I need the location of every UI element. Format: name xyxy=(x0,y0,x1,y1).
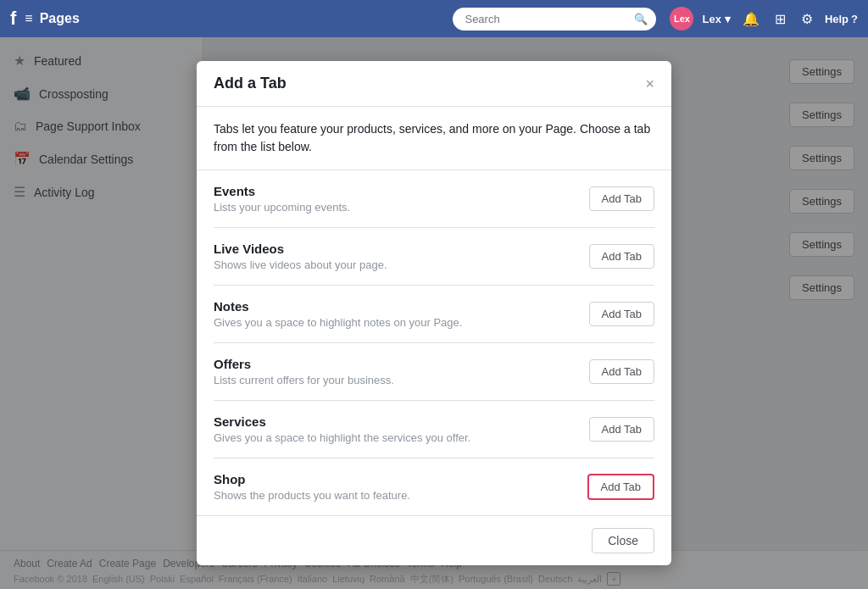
tab-desc-shop: Shows the products you want to feature. xyxy=(214,489,587,502)
add-tab-button-services[interactable]: Add Tab xyxy=(589,417,654,442)
user-menu[interactable]: Lex ▾ xyxy=(702,13,730,25)
tab-info-services: Services Gives you a space to highlight … xyxy=(214,414,589,444)
tab-row-services: Services Gives you a space to highlight … xyxy=(214,401,654,458)
search-input[interactable] xyxy=(453,8,656,31)
add-tab-button-notes[interactable]: Add Tab xyxy=(589,302,654,326)
help-question-icon: ? xyxy=(851,13,858,25)
tab-name-events: Events xyxy=(214,184,589,198)
menu-icon[interactable]: ≡ xyxy=(25,11,32,26)
notifications-icon[interactable]: 🔔 xyxy=(739,8,763,31)
settings-icon[interactable]: ⚙ xyxy=(798,8,816,31)
tab-desc-notes: Gives you a space to highlight notes on … xyxy=(214,316,589,329)
help-menu[interactable]: Help ? xyxy=(825,13,858,25)
tab-name-shop: Shop xyxy=(214,472,587,486)
tab-row-offers: Offers Lists current offers for your bus… xyxy=(214,343,654,401)
chevron-down-icon: ▾ xyxy=(725,13,731,25)
tab-desc-events: Lists your upcoming events. xyxy=(214,201,589,214)
modal-title: Add a Tab xyxy=(214,75,287,92)
tab-info-events: Events Lists your upcoming events. xyxy=(214,184,589,214)
modal-close-button[interactable]: × xyxy=(645,76,654,92)
tab-info-notes: Notes Gives you a space to highlight not… xyxy=(214,299,589,329)
search-wrapper: 🔍 xyxy=(453,8,656,31)
tab-row-shop: Shop Shows the products you want to feat… xyxy=(214,458,654,515)
modal-overlay: Add a Tab × Tabs let you feature your pr… xyxy=(0,37,868,589)
search-icon: 🔍 xyxy=(634,13,648,25)
modal-body: Events Lists your upcoming events. Add T… xyxy=(197,170,671,515)
tab-name-live-videos: Live Videos xyxy=(214,242,589,256)
modal-close-footer-button[interactable]: Close xyxy=(592,528,654,553)
tab-row-live-videos: Live Videos Shows live videos about your… xyxy=(214,228,654,286)
nav-right: Lex Lex ▾ 🔔 ⊞ ⚙ Help ? xyxy=(670,7,858,31)
add-tab-button-offers[interactable]: Add Tab xyxy=(589,359,654,384)
add-tab-button-live-videos[interactable]: Add Tab xyxy=(589,244,654,269)
top-navigation: f ≡ Pages 🔍 Lex Lex ▾ 🔔 ⊞ ⚙ Help ? xyxy=(0,0,868,37)
facebook-icon: f xyxy=(10,8,16,30)
tab-name-offers: Offers xyxy=(214,357,589,371)
tab-desc-services: Gives you a space to highlight the servi… xyxy=(214,431,589,444)
avatar: Lex xyxy=(670,7,693,31)
tab-info-shop: Shop Shows the products you want to feat… xyxy=(214,472,587,502)
tab-name-notes: Notes xyxy=(214,299,589,314)
modal-header: Add a Tab × xyxy=(197,61,671,107)
modal-footer: Close xyxy=(197,515,671,565)
modal-description: Tabs let you feature your products, serv… xyxy=(197,107,671,170)
add-tab-button-events[interactable]: Add Tab xyxy=(589,186,654,211)
tab-name-services: Services xyxy=(214,414,589,429)
tab-row-events: Events Lists your upcoming events. Add T… xyxy=(214,170,654,228)
tab-row-notes: Notes Gives you a space to highlight not… xyxy=(214,286,654,343)
tab-desc-live-videos: Shows live videos about your page. xyxy=(214,258,589,271)
tab-desc-offers: Lists current offers for your business. xyxy=(214,374,589,386)
pages-title: Pages xyxy=(40,11,80,26)
add-tab-modal: Add a Tab × Tabs let you feature your pr… xyxy=(197,61,671,565)
tab-info-live-videos: Live Videos Shows live videos about your… xyxy=(214,242,589,271)
add-tab-button-shop[interactable]: Add Tab xyxy=(587,474,654,500)
requests-icon[interactable]: ⊞ xyxy=(771,8,789,31)
tab-info-offers: Offers Lists current offers for your bus… xyxy=(214,357,589,386)
